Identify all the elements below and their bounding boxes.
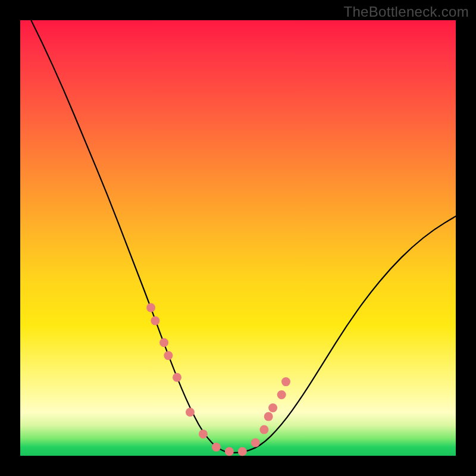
plot-area bbox=[20, 20, 456, 456]
highlighted-points bbox=[146, 303, 290, 456]
marker-dot bbox=[268, 403, 277, 412]
marker-dot bbox=[281, 377, 290, 386]
bottleneck-curve bbox=[20, 0, 456, 453]
marker-dot bbox=[159, 338, 168, 347]
marker-dot bbox=[173, 373, 181, 382]
marker-dot bbox=[238, 447, 247, 456]
marker-dot bbox=[259, 425, 268, 434]
marker-dot bbox=[146, 303, 155, 312]
marker-dot bbox=[151, 317, 159, 325]
marker-dot bbox=[225, 447, 234, 456]
marker-dot bbox=[251, 439, 260, 447]
watermark-text: TheBottleneck.com bbox=[343, 4, 469, 20]
marker-dot bbox=[264, 412, 273, 421]
marker-dot bbox=[199, 430, 208, 439]
marker-dot bbox=[186, 408, 195, 416]
chart-frame: TheBottleneck.com bbox=[0, 0, 476, 476]
marker-dot bbox=[277, 390, 286, 399]
curve-layer bbox=[20, 20, 456, 456]
marker-dot bbox=[164, 351, 173, 360]
marker-dot bbox=[212, 443, 221, 452]
